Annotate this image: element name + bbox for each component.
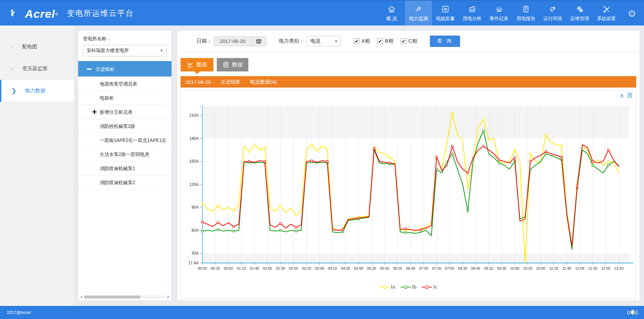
- tree-item[interactable]: 电容柜: [78, 91, 171, 105]
- gear-icon: [575, 5, 584, 13]
- svg-text:03:20: 03:20: [302, 266, 311, 270]
- phase-b-checkbox-group[interactable]: ✔ B相: [377, 38, 393, 44]
- svg-text:60A: 60A: [192, 228, 199, 233]
- tree-item[interactable]: 地源热泵空调总表: [78, 76, 171, 91]
- page-title: 变电所运维云平台: [62, 8, 134, 19]
- svg-text:10:25: 10:25: [523, 266, 533, 270]
- svg-text:210A: 210A: [189, 113, 199, 118]
- collapse-minus-icon[interactable]: [87, 68, 92, 70]
- tab-data[interactable]: 数据: [217, 58, 248, 71]
- calendar-button[interactable]: [251, 36, 266, 46]
- svg-text:08:45: 08:45: [471, 266, 481, 270]
- phase-a-checkbox-group[interactable]: ✔ A相: [354, 38, 370, 44]
- svg-text:05:25: 05:25: [367, 266, 376, 270]
- logout-power-button[interactable]: [620, 9, 644, 18]
- sidebar-item-power-data[interactable]: ❯ 电力数据: [0, 80, 74, 102]
- station-select-value: 安科瑞新大楼变电所: [87, 48, 129, 54]
- nav-item-report[interactable]: 用电报告: [512, 1, 539, 26]
- plug-icon: [414, 5, 423, 13]
- nav-item-environment[interactable]: 运行环境: [539, 1, 566, 26]
- download-icon[interactable]: [619, 93, 625, 98]
- report-icon: [522, 5, 530, 13]
- date-input[interactable]: 2017-06-20: [214, 36, 251, 46]
- legend-marker-icon: [422, 285, 432, 289]
- tree-item[interactable]: 消防喷淋机械泵1: [78, 161, 171, 175]
- svg-text:02:55: 02:55: [289, 266, 298, 270]
- bell-icon: [627, 308, 638, 317]
- export-report-icon[interactable]: [627, 93, 633, 98]
- caret-down-icon: ▼: [335, 40, 338, 43]
- chart-container: 17.4A30A60A90A120A150A180A210A00:0000:25…: [181, 90, 636, 299]
- nav-item-event-log[interactable]: 事件记录: [486, 1, 512, 26]
- tab-chart[interactable]: 图表: [181, 58, 213, 71]
- tree-item[interactable]: 一层南1APE2右一层北1APE1左: [78, 133, 171, 147]
- chevron-right-icon: ›: [11, 44, 13, 50]
- scrollbar-thumb[interactable]: [84, 296, 141, 299]
- filter-bar: 日期： 2017-06-20 电力类别： 电流 ▼ ✔ A相 ✔ B相 ✔ C相…: [177, 31, 640, 52]
- svg-text:09:10: 09:10: [484, 266, 493, 270]
- sidebar-item-label: 配电图: [22, 44, 37, 50]
- nav-item-consumption-analysis[interactable]: 用电分析: [459, 1, 486, 26]
- tree-item-expandable[interactable]: 新增分立柜总表: [78, 105, 171, 119]
- pulse-icon: [441, 5, 450, 13]
- legend-item-Ic[interactable]: Ic: [422, 284, 437, 289]
- legend-label: Ia: [391, 284, 395, 289]
- legend-marker-icon: [380, 285, 390, 289]
- svg-text:05:00: 05:00: [354, 266, 363, 270]
- expand-plus-icon[interactable]: [92, 110, 97, 114]
- phase-c-checkbox-group[interactable]: ✔ C相: [401, 38, 417, 44]
- legend-item-Ia[interactable]: Ia: [380, 284, 395, 289]
- sidebar-item-transformer-monitoring[interactable]: › 变压器监测: [0, 58, 74, 80]
- svg-text:11:40: 11:40: [562, 266, 571, 270]
- scroll-left-arrow-icon[interactable]: ◄: [79, 295, 83, 299]
- tree-item-main-incoming-cabinet[interactable]: 主进线柜: [78, 61, 171, 76]
- notification-bell-button[interactable]: [627, 308, 638, 317]
- scrollbar-track[interactable]: [83, 295, 166, 299]
- svg-text:00:00: 00:00: [198, 266, 207, 270]
- nav-item-power-quality[interactable]: 电能质量: [432, 1, 459, 26]
- active-tab-pointer: [194, 71, 200, 74]
- svg-text:12:05: 12:05: [575, 266, 585, 270]
- logo-text: Acrel: [25, 7, 55, 20]
- svg-text:02:05: 02:05: [263, 266, 272, 270]
- tree-item[interactable]: 生活水泵2路一层弱电房: [78, 147, 171, 161]
- svg-text:17.4A: 17.4A: [188, 261, 199, 265]
- power-type-label: 电力类别：: [279, 38, 304, 44]
- nav-item-settings[interactable]: 系统设置: [593, 1, 620, 26]
- checkbox-checked-icon[interactable]: ✔: [401, 38, 406, 44]
- station-select[interactable]: 安科瑞新大楼变电所 ▼: [83, 45, 167, 56]
- sidebar-item-label: 电力数据: [25, 88, 45, 94]
- sidebar-item-distribution-diagram[interactable]: › 配电图: [0, 36, 74, 58]
- power-type-select[interactable]: 电流 ▼: [306, 36, 341, 47]
- scroll-right-arrow-icon[interactable]: ►: [166, 295, 170, 299]
- svg-text:10:00: 10:00: [510, 266, 519, 270]
- svg-text:06:15: 06:15: [393, 266, 402, 270]
- nav-item-overview[interactable]: 概 况: [378, 1, 405, 26]
- nav-item-power-monitoring[interactable]: 电力监测: [405, 1, 432, 26]
- nav-item-maintenance[interactable]: 运维管理: [566, 1, 593, 26]
- main-content: 日期： 2017-06-20 电力类别： 电流 ▼ ✔ A相 ✔ B相 ✔ C相…: [177, 30, 640, 301]
- svg-text:01:40: 01:40: [250, 266, 259, 270]
- sidebar: › 配电图 › 变压器监测 ❯ 电力数据: [0, 25, 74, 306]
- horizontal-scrollbar[interactable]: ◄ ►: [79, 295, 170, 299]
- svg-text:09:35: 09:35: [497, 266, 506, 270]
- legend-marker-icon: [401, 285, 411, 289]
- copyright-text: 2017@Acrel: [7, 310, 31, 315]
- tools-icon: [602, 5, 611, 13]
- tree-item[interactable]: 消防栓机械泵2路: [78, 119, 171, 133]
- legend-label: Ib: [412, 284, 416, 289]
- svg-text:90A: 90A: [192, 205, 199, 210]
- svg-text:04:10: 04:10: [328, 266, 337, 270]
- checkbox-checked-icon[interactable]: ✔: [377, 38, 383, 44]
- power-icon: [627, 9, 637, 18]
- tree-item[interactable]: 消防喷淋机械泵2: [78, 175, 171, 189]
- legend-item-Ib[interactable]: Ib: [401, 284, 416, 289]
- query-button[interactable]: 查 询: [430, 36, 460, 47]
- current-line-chart[interactable]: 17.4A30A60A90A120A150A180A210A00:0000:25…: [181, 98, 636, 280]
- camera-icon: [548, 5, 557, 13]
- svg-text:07:30: 07:30: [432, 266, 441, 270]
- checkbox-checked-icon[interactable]: ✔: [354, 38, 359, 44]
- chevron-right-icon: ❯: [11, 88, 16, 94]
- svg-text:00:25: 00:25: [211, 266, 220, 270]
- footer: 2017@Acrel: [0, 306, 644, 319]
